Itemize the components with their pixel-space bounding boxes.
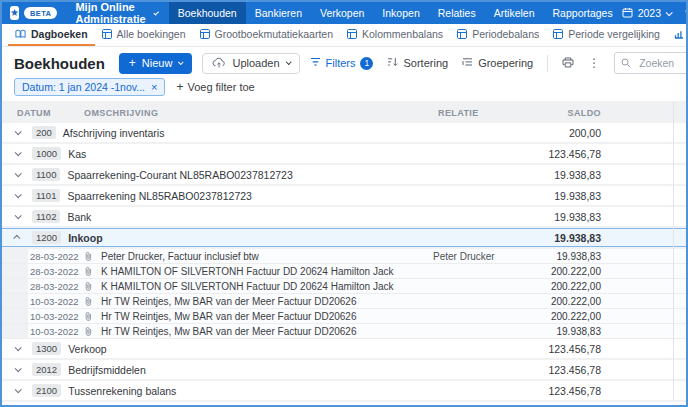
grid-icon <box>102 29 112 39</box>
nav-item-artikelen[interactable]: Artikelen <box>485 2 544 24</box>
entry-saldo: 200.222,00 <box>551 281 601 292</box>
chart-icon <box>674 29 684 39</box>
booking-entry-row[interactable]: 10-03-2022 Hr TW Reintjes, Mw BAR van de… <box>2 309 686 324</box>
expand-toggle[interactable] <box>2 346 32 351</box>
nav-item-relaties[interactable]: Relaties <box>429 2 485 24</box>
table-toolbar: Filters 1 Sortering Groepering ⋮ <box>310 52 688 74</box>
ledger-group-row[interactable]: 1100 Spaarrekening-Courant NL85RABO02378… <box>2 165 686 184</box>
nav-item-label: Artikelen <box>494 7 535 19</box>
account-saldo: 123.456,78 <box>548 148 601 160</box>
nav-item-rapportages[interactable]: Rapportages <box>544 2 622 24</box>
tab-kolommenbalans[interactable]: Kolommenbalans <box>340 24 450 46</box>
tab-alle-boekingen[interactable]: Alle boekingen <box>95 24 193 46</box>
ledger-group-row[interactable]: 2100 Tussenrekening balans 123.456,78 <box>2 381 686 400</box>
sort-button[interactable]: Sortering <box>387 57 448 69</box>
account-saldo: 123.456,78 <box>548 364 601 376</box>
tab-periode-vergelijking[interactable]: Periode vergelijking <box>546 24 667 46</box>
entry-indent <box>2 309 28 323</box>
new-button[interactable]: + Nieuw <box>119 53 193 74</box>
scrollbar-track[interactable] <box>673 102 674 401</box>
account-saldo: 123.456,78 <box>548 343 601 355</box>
tab-dagboeken[interactable]: Dagboeken <box>8 24 95 46</box>
entry-date: 10-03-2022 <box>28 311 84 322</box>
entry-description: Hr TW Reintjes, Mw BAR van der Meer Fact… <box>101 296 433 307</box>
date-filter-chip[interactable]: Datum: 1 jan 2024 -1nov... × <box>14 78 165 96</box>
ledger-group-row[interactable]: 2012 Bedrijfsmiddelen 123.456,78 <box>2 360 686 379</box>
account-name: Kas <box>68 148 86 160</box>
chevron-icon <box>14 149 21 156</box>
ledger-group-row[interactable]: 1102 Bank 19.938,83 <box>2 207 686 226</box>
account-saldo: 200,00 <box>569 127 601 139</box>
account-code-badge: 200 <box>32 126 56 139</box>
navbar-items: Boekhouden Bankieren Verkopen Inkopen Re… <box>169 2 622 24</box>
entry-date: 10-03-2022 <box>28 296 84 307</box>
cloud-upload-icon <box>212 57 226 70</box>
entry-description: Peter Drucker, Factuur inclusief btw <box>101 251 433 262</box>
tab-label: Alle boekingen <box>117 28 186 40</box>
account-name: Tussenrekening balans <box>68 385 176 397</box>
nav-item-verkopen[interactable]: Verkopen <box>311 2 373 24</box>
booking-entry-row[interactable]: 28-03-2022 K HAMILTON OF SILVERTONH Fact… <box>2 279 686 294</box>
table-header: DATUM OMSCHRIJVING RELATIE SALDO <box>2 108 686 123</box>
booking-entry-row[interactable]: 28-03-2022 Peter Drucker, Factuur inclus… <box>2 249 686 264</box>
page-header: Boekhouden + Nieuw Uploaden Filters 1 <box>2 47 686 101</box>
chevron-icon <box>14 191 21 198</box>
expand-toggle[interactable] <box>2 388 32 393</box>
beta-badge: BETA <box>24 7 57 19</box>
account-name: Bank <box>67 211 91 223</box>
account-saldo: 19.938,83 <box>554 169 601 181</box>
nav-item-label: Bankieren <box>255 7 302 19</box>
settings-button[interactable] <box>684 4 688 22</box>
entry-indent <box>2 294 28 308</box>
account-saldo: 19.938,83 <box>554 211 601 223</box>
tab-label: Grootboekmutatiekaarten <box>215 28 333 40</box>
entry-saldo: 200.222,00 <box>551 311 601 322</box>
tab-label: Periode vergelijking <box>568 28 660 40</box>
expand-toggle[interactable] <box>2 193 32 198</box>
remove-filter-icon[interactable]: × <box>151 81 157 93</box>
account-name: Afschrijving inventaris <box>63 127 165 139</box>
account-code-badge: 1000 <box>32 147 61 160</box>
tab-grootboekmutatiekaarten[interactable]: Grootboekmutatiekaarten <box>193 24 340 46</box>
expand-toggle[interactable] <box>2 214 32 219</box>
nav-item-label: Boekhouden <box>178 7 237 19</box>
ledger-group-row[interactable]: 1101 Spaarrekening NL85RABO0237812723 19… <box>2 186 686 205</box>
tab-label: Kolommenbalans <box>362 28 443 40</box>
more-options-button[interactable]: ⋮ <box>588 56 600 70</box>
book-icon <box>15 29 26 39</box>
add-filter-button[interactable]: + Voeg filter toe <box>176 81 254 93</box>
expand-toggle[interactable] <box>2 130 32 135</box>
administration-switcher[interactable]: Mijn Online Administratie <box>75 1 156 25</box>
paperclip-icon <box>84 326 101 337</box>
tab-bedrijfsmiddelen[interactable]: Bedrijfsmiddelen <box>667 24 688 46</box>
expand-toggle[interactable] <box>2 367 32 372</box>
ledger-group-row[interactable]: 1200 Inkoop 19.938,83 <box>2 228 686 247</box>
nav-item-inkopen[interactable]: Inkopen <box>373 2 428 24</box>
print-button[interactable] <box>562 57 574 70</box>
plus-icon: + <box>129 57 136 69</box>
booking-entry-row[interactable]: 10-03-2022 Hr TW Reintjes, Mw BAR van de… <box>2 294 686 309</box>
ledger-group-row[interactable]: 1000 Kas 123.456,78 <box>2 144 686 163</box>
search-box <box>614 52 688 74</box>
chevron-icon <box>14 386 21 393</box>
nav-item-boekhouden[interactable]: Boekhouden <box>169 2 246 24</box>
chevron-down-icon <box>153 9 159 15</box>
entry-date: 10-03-2022 <box>28 326 84 337</box>
ledger-group-row[interactable]: 200 Afschrijving inventaris 200,00 <box>2 123 686 142</box>
chevron-down-icon <box>285 59 291 65</box>
ledger-group-row[interactable]: 2200 Tussenrekening memoriaal 123.456,78 <box>2 402 686 407</box>
nav-item-bankieren[interactable]: Bankieren <box>246 2 311 24</box>
year-picker[interactable]: 2023 <box>622 7 671 20</box>
paperclip-icon <box>84 266 101 277</box>
expand-toggle[interactable] <box>2 151 32 156</box>
expand-toggle[interactable] <box>2 235 32 240</box>
grouping-button[interactable]: Groepering <box>462 57 533 69</box>
ledger-group-row[interactable]: 1300 Verkoop 123.456,78 <box>2 339 686 358</box>
expand-toggle[interactable] <box>2 172 32 177</box>
filters-button[interactable]: Filters 1 <box>310 57 374 70</box>
filter-funnel-icon <box>310 57 321 69</box>
upload-button[interactable]: Uploaden <box>202 53 299 74</box>
booking-entry-row[interactable]: 10-03-2022 Hr TW Reintjes, Mw BAR van de… <box>2 324 686 339</box>
tab-periodebalans[interactable]: Periodebalans <box>450 24 546 46</box>
booking-entry-row[interactable]: 28-03-2022 K HAMILTON OF SILVERTONH Fact… <box>2 264 686 279</box>
